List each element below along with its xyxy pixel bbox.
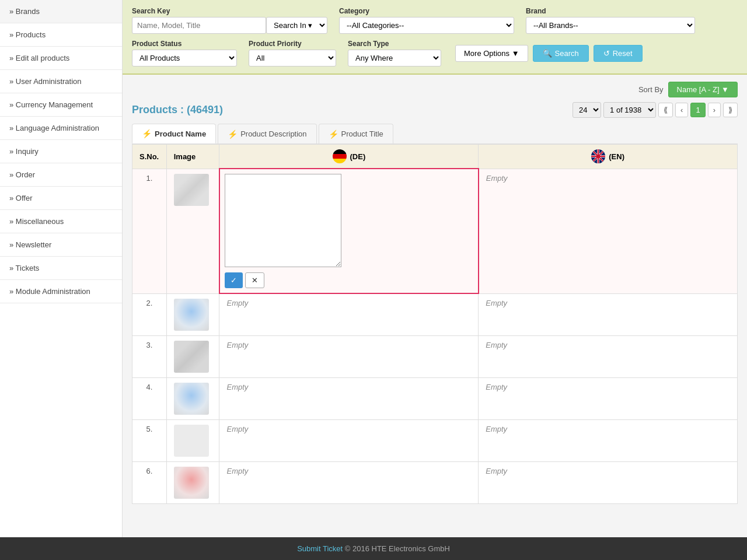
pagination: 24 48 96 1 of 1938 ⟪ ‹ 1 › ⟫ [573,102,738,118]
footer: Submit Ticket © 2016 HTE Electronics Gmb… [0,537,747,560]
product-image [174,383,209,415]
search-button[interactable]: 🔍 Search [533,45,589,62]
cancel-edit-button[interactable]: ✕ [245,272,264,288]
de-edit-textarea[interactable] [225,174,341,267]
tab-product-description[interactable]: ⚡ Product Description [218,124,316,144]
edit-actions: ✓ ✕ [225,272,473,288]
more-options-button[interactable]: More Options ▼ [455,45,528,62]
de-empty-text-6: Empty [226,467,248,475]
tab-product-title[interactable]: ⚡ Product Title [319,124,393,144]
sidebar-item-module-admin[interactable]: » Module Administration [0,280,122,303]
en-cell-4: Empty [479,377,738,419]
en-cell-6: Empty [479,461,738,503]
page-info-select[interactable]: 1 of 1938 [603,102,656,118]
row-image [166,419,219,461]
brand-select[interactable]: --All Brands-- [526,17,695,34]
tab-icon-title: ⚡ [329,130,338,139]
de-cell-6: Empty [219,461,479,503]
priority-group: Product Priority All High Medium Low [249,40,336,66]
brand-label: Brand [526,7,695,15]
search-type-group: Search Type Any Where Exact Match Start … [348,40,441,66]
en-cell-2: Empty [479,293,738,335]
sidebar-item-newsletter[interactable]: » Newsletter [0,233,122,257]
brand-group: Brand --All Brands-- [526,7,695,34]
current-page: 1 [690,103,705,117]
row-sno: 3. [132,335,167,377]
en-empty-text-6: Empty [486,467,507,475]
next-page-button[interactable]: › [708,103,721,117]
row-sno: 5. [132,419,167,461]
sidebar-item-user-admin[interactable]: » User Administration [0,70,122,93]
row-sno: 4. [132,377,167,419]
flag-uk-icon [591,149,605,163]
sidebar-item-currency[interactable]: » Currency Management [0,93,122,117]
en-empty-text-4: Empty [486,383,507,391]
product-table: S.No. Image (DE) [132,144,738,504]
table-row: 3. Empty Empty [132,335,738,377]
prev-page-button[interactable]: ‹ [675,103,688,117]
de-cell-3: Empty [219,335,479,377]
search-type-label: Search Type [348,40,441,48]
sort-button[interactable]: Name [A - Z] ▼ [668,82,738,97]
first-page-button[interactable]: ⟪ [658,103,673,117]
status-select[interactable]: All Products Active Inactive [132,50,237,66]
search-type-select[interactable]: Any Where Exact Match Start With [348,50,441,66]
reset-icon: ↺ [603,49,610,58]
de-cell-5: Empty [219,419,479,461]
sidebar-item-language[interactable]: » Language Administration [0,117,122,140]
sidebar-item-tickets[interactable]: » Tickets [0,257,122,280]
last-page-button[interactable]: ⟫ [723,103,738,117]
tab-product-name[interactable]: ⚡ Product Name [132,124,216,144]
category-select[interactable]: --All Categories-- [339,17,514,34]
col-de: (DE) [219,145,479,169]
row-image [166,335,219,377]
row-sno: 2. [132,293,167,335]
table-row: 4. Empty Empty [132,377,738,419]
product-image [174,299,209,331]
col-image: Image [166,145,219,169]
category-label: Category [339,7,514,15]
tabs: ⚡ Product Name ⚡ Product Description ⚡ P… [132,124,738,144]
sidebar-item-brands[interactable]: » Brands [0,0,122,23]
flag-de-icon [333,149,347,163]
de-empty-text-4: Empty [226,383,248,391]
row-image [166,169,219,293]
en-empty-text-5: Empty [486,425,507,433]
submit-ticket-link[interactable]: Submit Ticket [297,544,343,553]
sidebar-item-edit-products[interactable]: » Edit all products [0,47,122,70]
confirm-edit-button[interactable]: ✓ [225,272,243,288]
row-image [166,377,219,419]
priority-label: Product Priority [249,40,336,48]
search-in-select[interactable]: Search In ▾ Name Model Title [266,17,327,34]
de-empty-text-2: Empty [226,299,248,307]
search-key-input[interactable] [132,17,266,34]
sidebar-item-misc[interactable]: » Miscellaneous [0,210,122,233]
status-label: Product Status [132,40,237,48]
sidebar-item-products[interactable]: » Products [0,23,122,47]
sidebar-item-order[interactable]: » Order [0,163,122,187]
sort-by-label: Sort By [638,85,664,94]
search-key-label: Search Key [132,7,327,15]
de-edit-cell: ✓ ✕ [219,169,479,293]
search-icon: 🔍 [543,49,552,58]
sidebar: » Brands » Products » Edit all products … [0,0,123,537]
col-en: (EN) [479,145,738,169]
status-group: Product Status All Products Active Inact… [132,40,237,66]
sidebar-item-offer[interactable]: » Offer [0,187,122,210]
category-group: Category --All Categories-- [339,7,514,34]
product-image [174,425,209,457]
en-empty-text-1: Empty [486,174,508,183]
table-row: 5. Empty Empty [132,419,738,461]
en-cell-5: Empty [479,419,738,461]
en-cell-3: Empty [479,335,738,377]
table-row: 1. ✓ ✕ Empty [132,169,738,293]
de-empty-text-5: Empty [226,425,248,433]
sort-bar: Sort By Name [A - Z] ▼ [132,82,738,97]
sidebar-item-inquiry[interactable]: » Inquiry [0,140,122,163]
reset-button[interactable]: ↺ Reset [594,45,643,62]
product-image [174,174,209,206]
page-size-select[interactable]: 24 48 96 [573,102,601,118]
priority-select[interactable]: All High Medium Low [249,50,336,66]
table-row: 2. Empty Empty [132,293,738,335]
table-row: 6. Empty Empty [132,461,738,503]
